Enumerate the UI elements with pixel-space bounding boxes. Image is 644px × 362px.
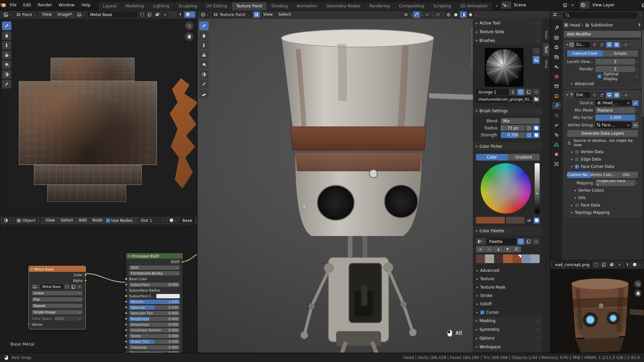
palette-swatch[interactable] <box>522 254 531 263</box>
scene-delete-button[interactable]: × <box>569 1 576 9</box>
subpanel-falloff[interactable]: ▸Falloff <box>473 300 542 308</box>
face-data-panel[interactable]: ▸Face Data <box>567 202 639 208</box>
source-eyedropper-button[interactable] <box>632 100 639 106</box>
toggle-realtime[interactable] <box>606 92 612 98</box>
palette-swatch[interactable] <box>485 254 494 263</box>
tab-2d-animation[interactable]: 2D Animation <box>456 2 492 10</box>
brush-name-field[interactable]: Grunge 1 <box>476 89 508 95</box>
view-layer-icon[interactable]: ⌄ <box>580 1 590 9</box>
principled-bsdf-node[interactable]: ▾Principled BSDF BSDF GGX⌄ Christensen-B… <box>126 253 183 353</box>
nav-texture[interactable] <box>552 160 561 168</box>
nav-collection[interactable] <box>552 82 561 90</box>
palette-unlink-button[interactable]: × <box>533 238 540 245</box>
subsurf-advanced-panel[interactable]: ▸Advanced <box>567 80 639 87</box>
socket-color-out[interactable] <box>84 274 87 276</box>
image-pin-button[interactable] <box>177 11 183 18</box>
nav-modifiers[interactable] <box>552 102 561 109</box>
uvs-panel[interactable]: ▸UVs <box>567 194 639 201</box>
strength-unified-button[interactable] <box>533 132 540 138</box>
sidebar-tab-item[interactable]: Item <box>543 28 549 42</box>
shader-editor-canvas[interactable]: ▾Metal Base Color Alpha ⌄ Metal Base × L… <box>0 225 197 353</box>
nav-object-data[interactable] <box>552 141 561 148</box>
breadcrumb-object[interactable]: Head <box>570 23 580 27</box>
secondary-color-swatch[interactable] <box>506 217 525 224</box>
nav-object[interactable] <box>552 92 561 100</box>
vertex-colors-panel[interactable]: ▸Vertex Colors <box>567 187 639 194</box>
toggle-on-cage[interactable] <box>599 42 605 48</box>
menu-edit[interactable]: Edit <box>20 1 34 9</box>
brush-color-button[interactable] <box>534 217 540 224</box>
tab-compositing[interactable]: Compositing <box>394 2 428 10</box>
clearcoat-slider[interactable]: Clearcoat0.000 <box>129 345 180 350</box>
image-node-unlink[interactable]: × <box>77 284 83 289</box>
anisotropic-slider[interactable]: Anisotropic0.000 <box>129 322 180 327</box>
radius-pressure-button[interactable] <box>526 125 532 131</box>
panel-active-tool[interactable]: ▸Active Tool∷∷ <box>473 19 542 27</box>
vp-tool-fill[interactable] <box>199 60 209 69</box>
viewport-menu-view[interactable]: View <box>261 11 275 18</box>
vp-tool-measure[interactable] <box>199 89 209 98</box>
palette-move-down-button[interactable]: ▼ <box>503 246 512 252</box>
tool-annotate[interactable] <box>2 80 11 88</box>
face-corner-data-checkbox[interactable]: ✓ <box>575 165 579 169</box>
subpanel-advanced[interactable]: ▸Advanced <box>473 266 542 275</box>
tab-layout[interactable]: Layout <box>99 2 121 10</box>
image-texture-node[interactable]: ▾Metal Base Color Alpha ⌄ Metal Base × L… <box>29 266 86 329</box>
image-name-field[interactable]: Metal Base <box>87 11 138 18</box>
primary-color-swatch[interactable] <box>476 217 505 224</box>
modifier-remove-button[interactable]: × <box>624 43 627 47</box>
concept-image-canvas[interactable] <box>551 269 644 353</box>
palette-fake-user-button[interactable]: ✓ <box>517 238 524 245</box>
image-node-copy[interactable] <box>70 284 76 289</box>
concept-zoom-icon[interactable] <box>634 280 642 288</box>
mix-mode-dropdown[interactable]: Replace⌄ <box>595 107 635 113</box>
panel-brush-settings[interactable]: ▾Brush Settings∷∷ <box>473 107 542 115</box>
image-copy-button[interactable] <box>146 11 153 18</box>
color-wheel[interactable] <box>481 163 531 214</box>
image-editor-canvas[interactable] <box>0 19 197 216</box>
panel-symmetry[interactable]: ▸Symmetry∷∷ <box>473 325 542 334</box>
vp-tool-annotate[interactable] <box>199 80 209 88</box>
image-unlink-button[interactable]: × <box>162 11 168 18</box>
palette-move-up-button[interactable]: ▲ <box>494 246 503 252</box>
properties-filter-dropdown[interactable]: ⌄ <box>639 14 642 17</box>
scene-icon[interactable]: ⌄ <box>501 1 511 9</box>
palette-browse-dropdown[interactable]: ⌄ <box>476 238 486 245</box>
sheen-slider[interactable]: Sheen0.000 <box>129 334 180 338</box>
subpanel-texture-mask[interactable]: ▸Texture Mask <box>473 283 542 291</box>
concept-image-name-field[interactable]: ead_concept.png <box>552 261 592 268</box>
palette-swatch[interactable] <box>531 254 540 263</box>
shader-type-dropdown[interactable]: Object⌄ <box>14 217 42 224</box>
edge-data-panel[interactable]: ▸Edge Data <box>567 156 639 163</box>
subpanel-texture[interactable]: ▸Texture <box>473 275 542 283</box>
display-channels-dropdown[interactable]: ⌄ <box>184 11 195 18</box>
sidebar-scrollbar[interactable] <box>471 27 473 68</box>
pan-tool-icon[interactable] <box>185 32 194 41</box>
image-browse-button[interactable]: ⌄ <box>75 11 87 18</box>
palette-copy-button[interactable] <box>525 238 532 245</box>
tool-soften[interactable] <box>2 31 11 40</box>
concept-pin-button[interactable] <box>624 261 631 268</box>
subpanel-cursor[interactable]: ▸✓Cursor <box>473 308 542 316</box>
shader-menu-select[interactable]: Select <box>58 217 75 224</box>
view-layer-name[interactable]: View Layer <box>590 1 640 9</box>
brush-unlink-button[interactable]: × <box>533 89 540 95</box>
image-node-name[interactable]: Metal Base <box>41 284 63 289</box>
cursor-checkbox[interactable]: ✓ <box>480 310 484 314</box>
distribution-dropdown[interactable]: GGX⌄ <box>129 265 180 270</box>
tab-scripting[interactable]: Scripting <box>429 2 455 10</box>
concept-display-channels-dropdown[interactable]: ⌄ <box>631 261 642 268</box>
topology-mapping-panel[interactable]: ▸Topology Mapping <box>567 209 639 216</box>
source-dropdown[interactable]: Single Image⌄ <box>32 310 83 314</box>
blender-logo-icon[interactable] <box>0 2 6 8</box>
interpolation-dropdown[interactable]: Linear⌄ <box>32 291 83 295</box>
editor-type-image-button[interactable]: ⌄ <box>2 11 13 18</box>
face-data-checkbox[interactable] <box>575 203 579 207</box>
vertex-data-checkbox[interactable] <box>575 150 579 154</box>
nav-output[interactable] <box>552 44 561 51</box>
menu-render[interactable]: Render <box>34 1 55 9</box>
view-layer-copy-button[interactable] <box>640 1 644 9</box>
vp-tool-draw[interactable] <box>199 21 209 30</box>
tool-smear[interactable] <box>2 41 11 50</box>
palette-name-field[interactable]: Palette <box>487 238 517 245</box>
